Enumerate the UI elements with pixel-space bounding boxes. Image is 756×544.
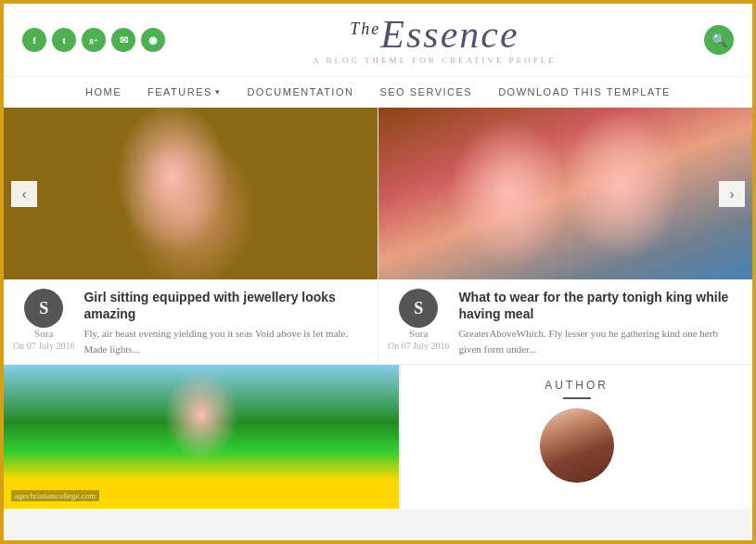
author-avatar — [540, 408, 614, 483]
post-info-2: What to wear for the party tonigh king w… — [458, 289, 743, 356]
posts-row: ‹ S Sora On 07 July 2016 Girl sitting eq… — [4, 108, 752, 364]
post-image-1: ‹ — [4, 108, 378, 279]
avatar-2: S — [399, 289, 438, 328]
bottom-row: agechristiancollege.com AUTHOR — [4, 364, 752, 509]
social-icons: f t g+ ✉ ◉ — [22, 28, 165, 52]
post-meta-2: S Sora On 07 July 2016 What to wear for … — [378, 279, 752, 364]
chevron-right-icon: › — [730, 187, 735, 201]
sidebar: AUTHOR — [400, 365, 752, 509]
post-card-1: ‹ S Sora On 07 July 2016 Girl sitting eq… — [4, 108, 378, 364]
post-excerpt-1: Fly, air beast evening yielding you it s… — [83, 326, 368, 356]
post-title-1[interactable]: Girl sitting equipped with jewellery loo… — [83, 289, 368, 322]
page-wrapper: f t g+ ✉ ◉ TheEssence A BLOG THEME FOR C… — [4, 4, 752, 509]
post-date-1: On 07 July 2016 — [13, 341, 74, 351]
author-divider — [563, 397, 591, 399]
post-info-1: Girl sitting equipped with jewellery loo… — [83, 289, 368, 356]
post-image-2: › — [378, 108, 752, 279]
avatar-1: S — [24, 289, 63, 328]
author-label: AUTHOR — [415, 379, 738, 392]
nav-features[interactable]: FEATURES ▾ — [147, 86, 221, 97]
nav-home[interactable]: HOME — [85, 86, 122, 97]
facebook-icon[interactable]: f — [22, 28, 46, 52]
post-excerpt-2: GreaterAboveWhich. Fly lesser you he gat… — [458, 326, 743, 356]
bottom-post-image — [4, 365, 399, 509]
carousel-next-button[interactable]: › — [719, 181, 745, 207]
nav-download[interactable]: DOWNLOAD THIS TEMPLATE — [498, 86, 671, 97]
search-icon: 🔍 — [711, 32, 727, 47]
post-date-2: On 07 July 2016 — [388, 341, 449, 351]
chevron-down-icon: ▾ — [215, 87, 222, 97]
logo-title: TheEssence — [165, 15, 704, 54]
post-card-2: › S Sora On 07 July 2016 What to wear fo… — [378, 108, 752, 364]
post-meta-1: S Sora On 07 July 2016 Girl sitting equi… — [4, 279, 378, 364]
header: f t g+ ✉ ◉ TheEssence A BLOG THEME FOR C… — [4, 4, 752, 76]
search-button[interactable]: 🔍 — [704, 25, 734, 55]
main-nav: HOME FEATURES ▾ DOCUMENTATION SEO SERVIC… — [4, 76, 752, 108]
post-author-block-2: S Sora On 07 July 2016 — [388, 289, 449, 351]
logo-the: The — [350, 19, 380, 38]
nav-features-label: FEATURES — [147, 86, 212, 97]
watermark: agechristiancollege.com — [11, 490, 99, 501]
logo-tagline: A BLOG THEME FOR CREATIVE PEOPLE — [165, 56, 704, 65]
chevron-left-icon: ‹ — [22, 187, 27, 201]
twitter-icon[interactable]: t — [52, 28, 76, 52]
nav-documentation[interactable]: DOCUMENTATION — [247, 86, 353, 97]
nav-seo-services[interactable]: SEO SERVICES — [379, 86, 472, 97]
google-plus-icon[interactable]: g+ — [82, 28, 106, 52]
carousel-prev-button[interactable]: ‹ — [11, 181, 37, 207]
logo-section: TheEssence A BLOG THEME FOR CREATIVE PEO… — [165, 15, 704, 65]
post-title-2[interactable]: What to wear for the party tonigh king w… — [458, 289, 743, 322]
author-name-2: Sora — [409, 328, 428, 339]
rss-icon[interactable]: ◉ — [141, 28, 165, 52]
email-icon[interactable]: ✉ — [111, 28, 135, 52]
bottom-post: agechristiancollege.com — [4, 365, 399, 509]
logo-name: Essence — [380, 13, 519, 56]
author-name-1: Sora — [34, 328, 53, 339]
author-section: AUTHOR — [415, 379, 738, 483]
author-image — [540, 408, 614, 483]
post-author-block-1: S Sora On 07 July 2016 — [13, 289, 74, 351]
